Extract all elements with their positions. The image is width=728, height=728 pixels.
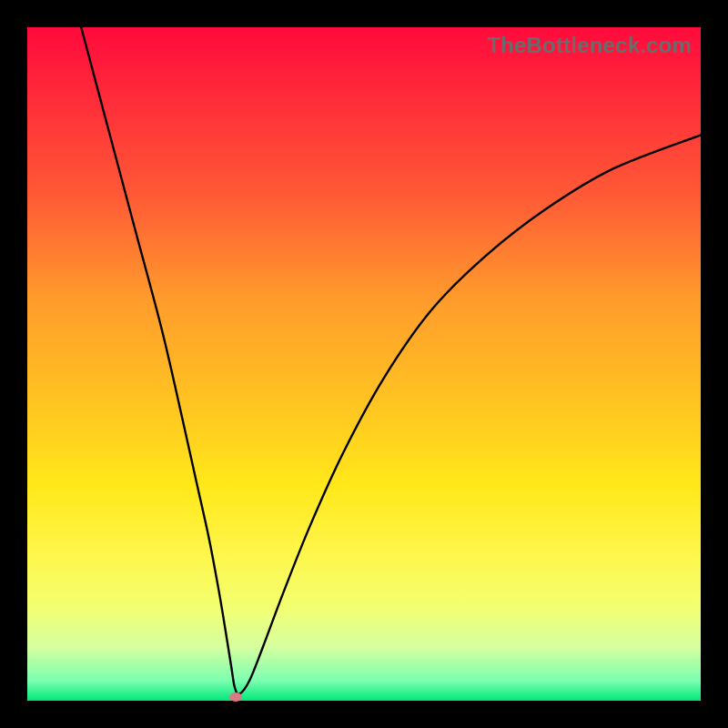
curve-svg	[27, 27, 701, 701]
bottleneck-curve-path	[81, 27, 701, 694]
chart-frame: TheBottleneck.com	[0, 0, 728, 728]
min-marker	[229, 693, 242, 702]
plot-area: TheBottleneck.com	[27, 27, 701, 701]
